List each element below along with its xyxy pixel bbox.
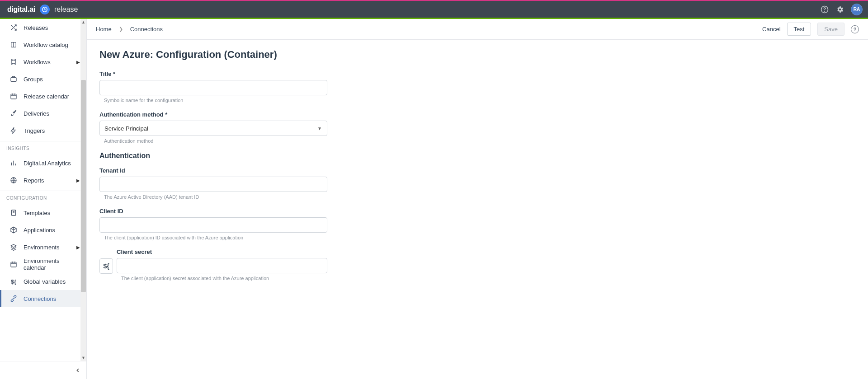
sidebar-item-applications[interactable]: Applications — [0, 221, 86, 239]
sidebar-item-groups[interactable]: Groups — [0, 70, 86, 88]
page-title: New Azure: Configuration (Container) — [99, 49, 418, 61]
brand-icon — [40, 5, 50, 14]
sidebar-item-label: Environments calendar — [24, 257, 80, 271]
subheader: Home ❯ Connections Cancel Test Save ? — [87, 19, 868, 40]
client-secret-help: The client (application) secret associat… — [121, 276, 327, 281]
client-secret-input[interactable] — [117, 258, 327, 273]
gear-icon[interactable] — [835, 5, 844, 14]
sidebar-item-label: Reports — [24, 177, 70, 184]
field-client-id: Client ID The client (application) ID as… — [99, 208, 418, 240]
help-icon[interactable] — [820, 5, 829, 14]
sidebar-item-connections[interactable]: Connections — [0, 290, 86, 307]
scrollbar-thumb[interactable] — [81, 80, 86, 292]
sidebar-item-analytics[interactable]: Digital.ai Analytics — [0, 154, 86, 172]
sidebar-item-deliveries[interactable]: Deliveries — [0, 105, 86, 122]
scroll-up-icon[interactable]: ▲ — [81, 19, 86, 25]
svg-point-2 — [825, 11, 825, 11]
sidebar-item-environments-calendar[interactable]: Environments calendar — [0, 256, 86, 273]
sidebar-item-label: Environments — [24, 244, 70, 251]
sidebar-item-releases[interactable]: Releases — [0, 19, 86, 36]
tenant-label: Tenant Id — [99, 167, 418, 174]
save-button[interactable]: Save — [817, 23, 844, 36]
svg-rect-9 — [11, 94, 16, 99]
sidebar-item-label: Deliveries — [24, 110, 80, 117]
chevron-right-icon: ▶ — [76, 178, 80, 183]
sidebar-item-release-calendar[interactable]: Release calendar — [0, 88, 86, 105]
book-icon — [10, 41, 17, 48]
auth-method-select[interactable] — [99, 121, 327, 136]
test-button[interactable]: Test — [787, 23, 811, 36]
scroll-down-icon[interactable]: ▼ — [81, 355, 86, 361]
topbar: digital.ai release RA — [0, 0, 868, 19]
chevron-left-icon — [75, 367, 81, 374]
sidebar-section-insights: INSIGHTS — [0, 141, 86, 154]
field-client-secret: ${ Client secret The client (application… — [99, 248, 418, 281]
sidebar-item-global-variables[interactable]: ${ Global variables — [0, 273, 86, 290]
main: Home ❯ Connections Cancel Test Save ? Ne… — [87, 19, 868, 379]
sidebar-item-reports[interactable]: Reports ▶ — [0, 172, 86, 189]
client-id-help: The client (application) ID associated w… — [104, 235, 418, 240]
breadcrumb-home[interactable]: Home — [96, 26, 112, 33]
calendar-icon — [10, 261, 17, 268]
shuffle-icon — [10, 24, 17, 31]
sidebar-item-label: Templates — [24, 210, 80, 216]
content: New Azure: Configuration (Container) Tit… — [87, 40, 430, 298]
brand-company: digital.ai — [7, 5, 35, 14]
bar-chart-icon — [10, 159, 17, 167]
subheader-actions: Cancel Test Save ? — [762, 23, 859, 36]
title-input[interactable] — [99, 80, 327, 95]
auth-method-help: Authentication method — [104, 138, 418, 144]
sidebar-item-label: Release calendar — [24, 93, 80, 100]
client-secret-label: Client secret — [117, 248, 327, 255]
sidebar-section-configuration: CONFIGURATION — [0, 191, 86, 204]
insert-variable-button[interactable]: ${ — [99, 258, 113, 274]
brand: digital.ai release — [7, 5, 78, 14]
svg-point-4 — [11, 60, 13, 61]
chevron-right-icon: ▶ — [76, 60, 80, 65]
sidebar-item-label: Workflow catalog — [24, 42, 80, 48]
field-tenant-id: Tenant Id The Azure Active Directory (AA… — [99, 167, 418, 200]
sidebar-item-environments[interactable]: Environments ▶ — [0, 239, 86, 256]
sidebar-item-label: Workflows — [24, 59, 70, 66]
calendar-icon — [10, 93, 17, 100]
client-id-input[interactable] — [99, 217, 327, 233]
layers-icon — [10, 243, 17, 251]
sidebar-collapse-toggle[interactable] — [0, 361, 86, 379]
scrollbar-track[interactable]: ▲ ▼ — [80, 19, 86, 361]
chevron-right-icon: ▶ — [76, 245, 80, 250]
brand-product: release — [54, 5, 78, 14]
auth-section-heading: Authentication — [99, 152, 418, 160]
cancel-button[interactable]: Cancel — [762, 26, 780, 33]
avatar[interactable]: RA — [851, 4, 863, 15]
tenant-help: The Azure Active Directory (AAD) tenant … — [104, 194, 418, 200]
svg-rect-8 — [11, 78, 16, 82]
sidebar-item-triggers[interactable]: Triggers — [0, 122, 86, 139]
breadcrumb: Home ❯ Connections — [96, 26, 163, 33]
plug-icon — [10, 295, 17, 302]
page-help-icon[interactable]: ? — [851, 25, 859, 33]
sidebar-item-label: Releases — [24, 24, 80, 31]
sidebar-item-label: Applications — [24, 227, 80, 234]
breadcrumb-current: Connections — [130, 26, 163, 33]
topbar-actions: RA — [820, 4, 863, 15]
sidebar-item-templates[interactable]: Templates — [0, 204, 86, 221]
sidebar-item-workflow-catalog[interactable]: Workflow catalog — [0, 36, 86, 53]
workflow-icon — [10, 58, 17, 66]
sidebar-item-label: Digital.ai Analytics — [24, 160, 80, 167]
tenant-input[interactable] — [99, 177, 327, 192]
sidebar-item-workflows[interactable]: Workflows ▶ — [0, 53, 86, 70]
svg-rect-13 — [11, 262, 16, 267]
title-help: Symbolic name for the configuration — [104, 98, 418, 103]
chevron-right-icon: ❯ — [119, 26, 123, 32]
note-icon — [10, 209, 17, 216]
svg-point-10 — [14, 112, 14, 113]
sidebar-item-label: Connections — [24, 295, 80, 302]
client-id-label: Client ID — [99, 208, 418, 215]
globe-icon — [10, 177, 17, 184]
svg-point-6 — [11, 63, 13, 65]
svg-point-5 — [15, 60, 16, 61]
var-icon: ${ — [10, 278, 17, 285]
cube-icon — [10, 226, 17, 234]
bolt-icon — [10, 127, 17, 134]
rocket-icon — [10, 110, 17, 117]
